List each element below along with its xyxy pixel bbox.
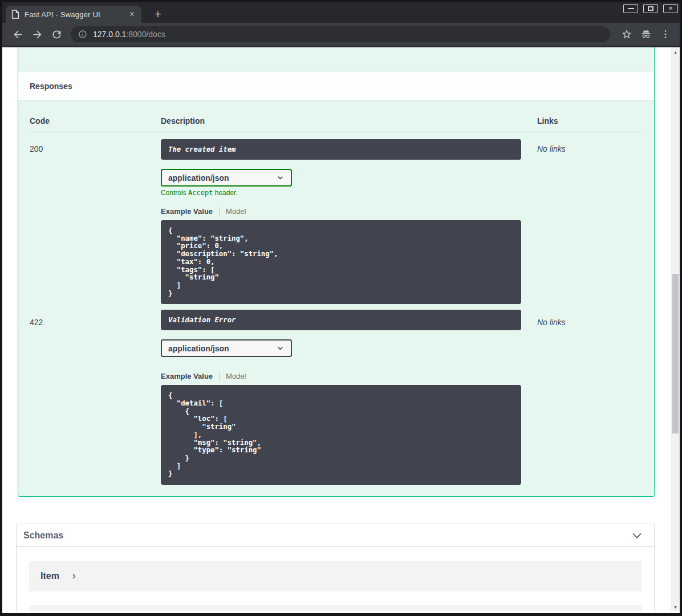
tab-model[interactable]: Model [226,207,246,216]
scroll-up-icon[interactable]: ▲ [671,48,680,56]
responses-section-header: Responses [18,71,654,100]
chevron-down-icon [276,173,285,182]
response-description-cell: Validation Error application/json Exampl… [161,304,537,485]
responses-table: Code Description Links 200 The created i… [18,100,654,496]
schemas-title: Schemas [23,530,631,541]
browser-window: Fast API - Swagger UI × + ✕ 127.0.0.1:80… [0,0,682,616]
incognito-indicator[interactable] [638,26,655,43]
browser-tab-strip: Fast API - Swagger UI × + ✕ [2,2,680,23]
example-json-block: { "detail": [ { "loc": [ "string" ], "ms… [161,385,521,485]
model-item[interactable]: Item [29,561,642,591]
response-description-box: Validation Error [161,310,521,330]
site-info-icon [78,30,87,39]
operation-block: Responses Code Description Links 200 The… [18,47,655,497]
chevron-right-icon [70,573,78,580]
responses-title: Responses [30,82,72,91]
page-content: Responses Code Description Links 200 The… [2,47,680,611]
example-model-tabs: Example Value Model [161,372,537,380]
response-code-422: 422 [30,304,161,485]
tab-title: Fast API - Swagger UI [25,10,128,19]
media-type-select[interactable]: application/json [161,169,292,187]
response-description-box: The created item [161,139,521,160]
back-arrow-icon [12,29,24,40]
browser-menu-button[interactable] [657,26,674,43]
browser-tab[interactable]: Fast API - Swagger UI × [6,6,141,23]
incognito-icon [640,29,652,40]
tab-model[interactable]: Model [226,372,246,380]
forward-button[interactable] [27,26,47,43]
star-icon [621,29,632,40]
example-model-tabs: Example Value Model [161,207,537,216]
back-button[interactable] [8,26,27,43]
chevron-down-icon [276,344,285,352]
schemas-list: Item ValidationError [17,547,654,611]
chevron-down-icon [631,530,643,541]
new-tab-button[interactable]: + [149,6,167,23]
response-links-cell: No links [537,304,643,485]
response-links-cell: No links [537,132,643,304]
url-path: :8000/docs [126,30,165,39]
response-code-200: 200 [30,132,161,304]
kebab-menu-icon [660,29,671,40]
scroll-down-icon[interactable]: ▼ [671,603,680,611]
window-minimize-button[interactable] [623,4,638,13]
column-header-description: Description [161,100,537,132]
media-type-value: application/json [168,173,276,183]
page-scrollbar[interactable]: ▲ ▼ [671,47,680,611]
tab-close-button[interactable]: × [128,10,136,19]
forward-arrow-icon [31,29,43,40]
window-maximize-button[interactable] [643,4,658,13]
accept-header-note: Controls Accept header. [161,189,537,197]
response-description-text: Validation Error [168,316,236,324]
media-type-value: application/json [168,344,276,353]
media-type-select[interactable]: application/json [161,339,292,357]
column-header-code: Code [30,100,161,132]
window-close-button[interactable]: ✕ [663,4,678,13]
tab-example-value[interactable]: Example Value [161,372,213,380]
browser-toolbar: 127.0.0.1:8000/docs [2,23,680,47]
reload-icon [51,29,63,40]
scrollbar-thumb[interactable] [672,274,679,433]
tab-example-value[interactable]: Example Value [161,207,213,216]
model-validationerror[interactable]: ValidationError [29,605,642,611]
minimize-icon [628,8,634,9]
response-description-text: The created item [168,145,236,153]
url-host: 127.0.0.1 [93,30,126,39]
response-description-cell: The created item application/json Contro… [161,132,537,304]
page-favicon-icon [11,10,19,19]
bookmark-star-button[interactable] [618,26,635,43]
schemas-header[interactable]: Schemas [17,524,654,547]
maximize-icon [648,6,653,11]
model-name: Item [40,571,59,581]
reload-button[interactable] [47,26,66,43]
window-controls: ✕ [623,4,678,13]
tab-separator [219,207,220,216]
schemas-section: Schemas Item ValidationError [16,524,655,611]
address-bar[interactable]: 127.0.0.1:8000/docs [71,26,610,42]
column-header-links: Links [537,100,643,132]
tab-separator [219,372,220,380]
example-json-block: { "name": "string", "price": 0, "descrip… [161,220,521,304]
